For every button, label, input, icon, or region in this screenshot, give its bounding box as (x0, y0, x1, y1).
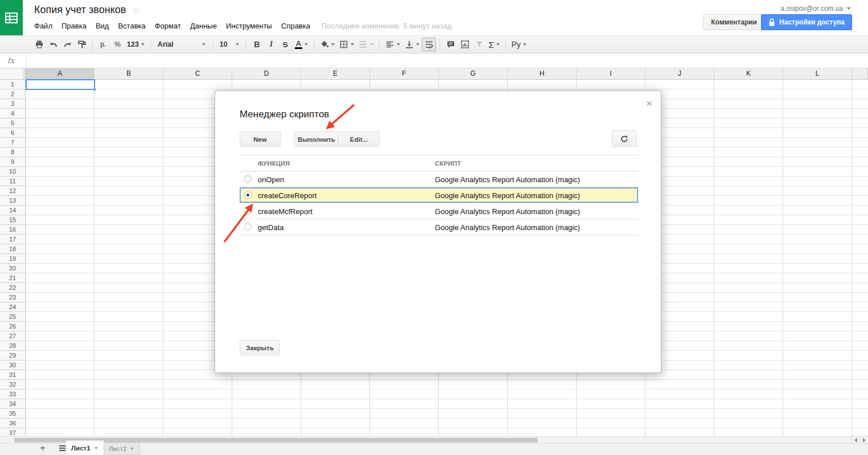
row-header[interactable]: 9 (0, 157, 26, 167)
menu-item[interactable]: Правка (57, 20, 91, 32)
text-color-button[interactable]: A (293, 38, 310, 51)
row-header[interactable]: 16 (0, 225, 26, 235)
italic-button[interactable]: I (264, 38, 278, 51)
row-header[interactable]: 7 (0, 138, 26, 147)
column-header[interactable]: F (370, 68, 439, 80)
input-tools-button[interactable]: Ру (509, 38, 529, 51)
bold-button[interactable]: B (250, 38, 264, 51)
script-row[interactable]: createMcfReportGoogle Analytics Report A… (240, 203, 638, 219)
fill-color-button[interactable] (318, 38, 337, 51)
script-row[interactable]: getDataGoogle Analytics Report Automatio… (240, 219, 638, 235)
row-header[interactable]: 23 (0, 293, 26, 302)
row-header[interactable]: 13 (0, 196, 26, 206)
row-header[interactable]: 10 (0, 167, 26, 177)
column-header[interactable]: D (232, 68, 301, 80)
row-header[interactable]: 31 (0, 370, 26, 380)
row-header[interactable]: 24 (0, 302, 26, 312)
comments-button[interactable]: Комментарии (703, 14, 765, 30)
row-header[interactable]: 25 (0, 312, 26, 322)
script-row[interactable]: createCoreReportGoogle Analytics Report … (240, 187, 638, 203)
row-header[interactable]: 34 (0, 399, 26, 409)
wrap-text-button[interactable] (422, 38, 436, 51)
tab-menu-icon[interactable] (130, 448, 134, 449)
vertical-align-button[interactable] (402, 38, 422, 51)
scroll-right-button[interactable] (859, 437, 868, 443)
run-script-button[interactable]: Выполнить (294, 132, 339, 147)
row-header[interactable]: 17 (0, 235, 26, 244)
row-header[interactable]: 19 (0, 254, 26, 264)
row-header[interactable]: 15 (0, 215, 26, 225)
column-header[interactable]: B (94, 68, 163, 80)
radio-button[interactable] (244, 191, 252, 199)
row-header[interactable]: 27 (0, 331, 26, 341)
row-header[interactable]: 29 (0, 351, 26, 360)
radio-button[interactable] (244, 223, 252, 231)
currency-format-button[interactable]: p. (96, 38, 110, 51)
column-header[interactable]: E (301, 68, 370, 80)
insert-chart-button[interactable] (458, 38, 472, 51)
row-header[interactable]: 2 (0, 89, 26, 99)
close-icon[interactable]: × (646, 98, 652, 109)
row-header[interactable]: 28 (0, 341, 26, 351)
row-header[interactable]: 26 (0, 322, 26, 331)
row-header[interactable]: 21 (0, 273, 26, 283)
select-all-corner[interactable] (0, 68, 26, 80)
font-family-select[interactable]: Arial (154, 38, 209, 51)
share-button[interactable]: Настройки доступа (761, 14, 852, 30)
row-header[interactable]: 4 (0, 109, 26, 118)
row-header[interactable]: 18 (0, 244, 26, 254)
redo-button[interactable] (60, 38, 75, 51)
row-header[interactable]: 36 (0, 419, 26, 428)
row-header[interactable]: 32 (0, 380, 26, 390)
add-sheet-button[interactable]: + (40, 442, 46, 454)
sheet-tab[interactable]: Лист1 (65, 440, 104, 455)
tab-menu-icon[interactable] (94, 447, 98, 449)
filter-button[interactable] (472, 38, 486, 51)
scroll-left-button[interactable] (851, 437, 859, 443)
refresh-button[interactable] (612, 130, 637, 147)
horizontal-align-button[interactable] (383, 38, 402, 51)
menu-item[interactable]: Вставка (113, 20, 150, 32)
sheet-tab[interactable]: Лист2 (103, 442, 140, 455)
radio-button[interactable] (244, 207, 252, 215)
print-button[interactable] (32, 38, 46, 51)
row-header[interactable]: 30 (0, 360, 26, 370)
functions-button[interactable]: Σ (486, 38, 501, 51)
row-header[interactable]: 22 (0, 283, 26, 293)
radio-button[interactable] (244, 175, 252, 183)
menu-item[interactable]: Инструменты (221, 20, 277, 32)
borders-button[interactable] (337, 38, 356, 51)
menu-item[interactable]: Данные (186, 20, 221, 32)
column-header[interactable]: J (645, 68, 714, 80)
last-edited-status[interactable]: Последнее изменение: 5 минут назад (322, 22, 451, 30)
row-header[interactable]: 12 (0, 186, 26, 196)
menu-item[interactable]: Вид (91, 20, 114, 32)
script-row[interactable]: onOpenGoogle Analytics Report Automation… (240, 171, 638, 187)
percent-format-button[interactable]: % (110, 38, 125, 51)
menu-item[interactable]: Справка (277, 20, 315, 32)
column-header[interactable]: G (439, 68, 508, 80)
column-header[interactable]: A (26, 68, 94, 80)
undo-button[interactable] (46, 38, 60, 51)
formula-input[interactable] (26, 54, 868, 68)
row-header[interactable]: 20 (0, 264, 26, 273)
close-dialog-button[interactable]: Закрыть (240, 340, 280, 355)
row-header[interactable]: 33 (0, 390, 26, 399)
row-header[interactable]: 5 (0, 118, 26, 128)
row-header[interactable]: 14 (0, 206, 26, 215)
merge-cells-button[interactable] (356, 38, 376, 51)
paint-format-button[interactable] (75, 38, 89, 51)
menu-item[interactable]: Формат (150, 20, 186, 32)
column-header[interactable]: K (714, 68, 783, 80)
fill-handle[interactable] (93, 88, 96, 91)
edit-script-button[interactable]: Edit... (338, 132, 380, 147)
column-header[interactable]: L (783, 68, 852, 80)
number-format-button[interactable]: 123 (125, 38, 147, 51)
row-header[interactable]: 6 (0, 128, 26, 138)
column-header[interactable]: I (577, 68, 645, 80)
row-header[interactable]: 1 (0, 80, 26, 89)
sheets-logo[interactable] (0, 0, 23, 35)
star-icon[interactable]: ☆ (131, 5, 140, 15)
insert-comment-button[interactable] (443, 38, 458, 51)
column-header[interactable]: C (163, 68, 232, 80)
